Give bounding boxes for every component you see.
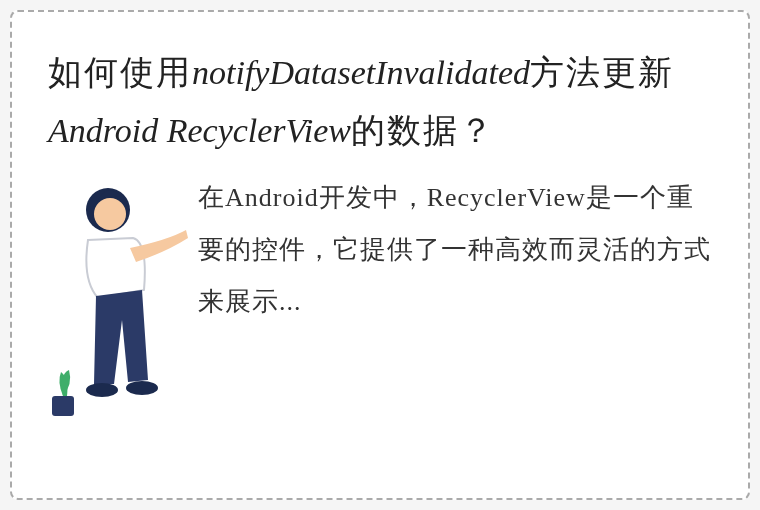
- title-method-name: notifyDatasetInvalidated: [192, 54, 530, 91]
- title-text-2: 方法更新: [530, 54, 674, 91]
- article-excerpt: 在Android开发中，RecyclerView是一个重要的控件，它提供了一种高…: [198, 170, 712, 328]
- person-illustration: [48, 170, 198, 430]
- title-text-3: 的数据？: [351, 112, 495, 149]
- svg-point-3: [126, 381, 158, 395]
- article-body: 在Android开发中，RecyclerView是一个重要的控件，它提供了一种高…: [48, 170, 712, 430]
- svg-point-1: [94, 198, 126, 230]
- svg-rect-4: [52, 396, 74, 416]
- title-class-name: Android RecyclerView: [48, 112, 351, 149]
- title-text-1: 如何使用: [48, 54, 192, 91]
- svg-point-2: [86, 383, 118, 397]
- article-title: 如何使用notifyDatasetInvalidated方法更新Android …: [48, 44, 712, 160]
- article-card: 如何使用notifyDatasetInvalidated方法更新Android …: [10, 10, 750, 500]
